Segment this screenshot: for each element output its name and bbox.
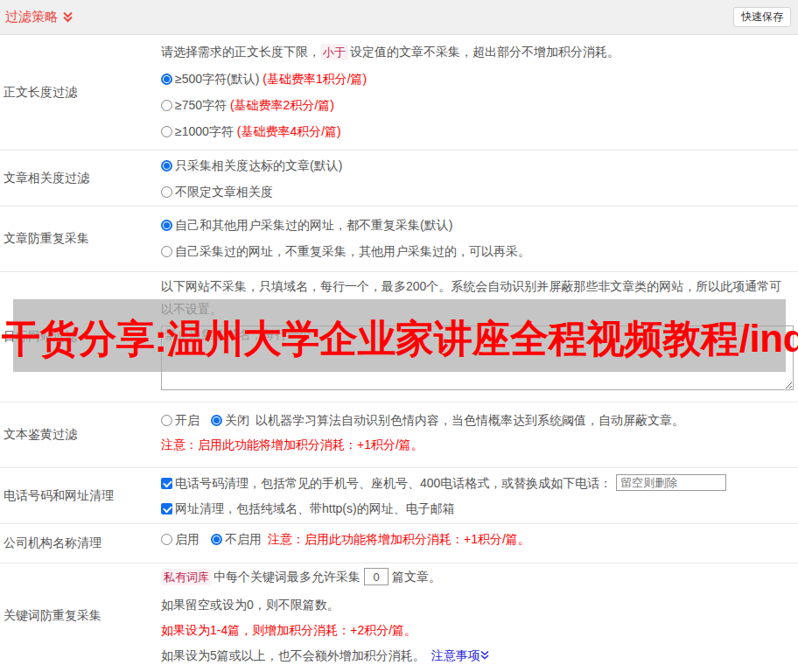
radio-option[interactable]: 开启 [161, 413, 200, 427]
radio-icon[interactable] [161, 415, 172, 426]
radio-option[interactable]: 启用 [161, 532, 200, 546]
keyword-note-line: 如果留空或设为0，则不限篇数。 [161, 592, 793, 618]
code-badge: 私有词库 [161, 569, 212, 585]
page-title[interactable]: 过滤策略 [5, 9, 74, 25]
radio-selected-icon[interactable] [161, 74, 172, 85]
notes-link[interactable]: 注意事项 [431, 648, 480, 662]
row-phone-url-cleanup: 电话号码和网址清理 电话号码清理，包括常见的手机号、座机号、400电话格式，或替… [0, 468, 798, 524]
checkbox-option[interactable]: 电话号码清理，包括常见的手机号、座机号、400电话格式，或替换成如下电话： [161, 471, 793, 496]
intro-text-post: 设定值的文章不采集，超出部分不增加积分消耗。 [350, 45, 620, 59]
row-label: 电话号码和网址清理 [0, 468, 161, 523]
row-label: 文本鉴黄过滤 [0, 402, 161, 467]
replacement-phone-input[interactable] [616, 474, 726, 491]
radio-icon[interactable] [161, 534, 172, 545]
row-relevance-filter: 文章相关度过滤 只采集相关度达标的文章(默认) 不限定文章相关度 [0, 150, 798, 206]
checkbox-checked-icon[interactable] [161, 478, 172, 489]
row-company-name-cleanup: 公司机构名称清理 启用不启用注意：启用此功能将增加积分消耗：+1积分/篇。 [0, 524, 798, 564]
radio-option[interactable]: 不启用 [211, 532, 262, 546]
radio-icon[interactable] [161, 186, 172, 198]
radio-selected-icon[interactable] [211, 534, 222, 545]
radio-option[interactable]: 自己和其他用户采集过的网址，都不重复采集(默认) [161, 212, 793, 238]
radio-selected-icon[interactable] [211, 415, 222, 426]
radio-option[interactable]: ≥1000字符 (基础费率4积分/篇) [161, 118, 793, 144]
row-label: 文章相关度过滤 [0, 150, 161, 206]
row-label: 文章防重复采集 [0, 206, 161, 271]
porn-filter-desc: 以机器学习算法自动识别色情内容，当色情概率达到系统阈值，自动屏蔽文章。 [256, 413, 684, 427]
keyword-limit-line: 私有词库中每个关键词最多允许采集篇文章。 [161, 564, 793, 591]
body-length-intro: 请选择需求的正文长度下限，小于设定值的文章不采集，超出部分不增加积分消耗。 [161, 38, 793, 66]
row-dedup-collect: 文章防重复采集 自己和其他用户采集过的网址，都不重复采集(默认) 自己采集过的网… [0, 206, 798, 272]
topbar: 过滤策略 快速保存 [0, 0, 798, 35]
chevron-double-down-small-icon [480, 650, 489, 661]
radio-icon[interactable] [161, 246, 172, 257]
page-title-text: 过滤策略 [5, 9, 58, 25]
code-badge: 小于 [320, 44, 348, 60]
radio-selected-icon[interactable] [161, 220, 172, 231]
watermark-text: 干货分享:温州大学企业家讲座全程视频教程/ind [2, 319, 798, 358]
row-porn-filter: 文本鉴黄过滤 开启关闭以机器学习算法自动识别色情内容，当色情概率达到系统阈值，自… [0, 402, 798, 468]
keyword-free-line: 如果设为5篇或以上，也不会额外增加积分消耗。 注意事项 [161, 643, 793, 668]
radio-option[interactable]: ≥750字符 (基础费率2积分/篇) [161, 92, 793, 118]
radio-icon[interactable] [161, 126, 172, 137]
row-label: 正文长度过滤 [0, 35, 161, 150]
radio-selected-icon[interactable] [161, 160, 172, 172]
row-label: 关键词防重复采集 [0, 564, 161, 668]
row-body-length-filter: 正文长度过滤 请选择需求的正文长度下限，小于设定值的文章不采集，超出部分不增加积… [0, 35, 798, 150]
radio-option[interactable]: ≥500字符(默认) (基础费率1积分/篇) [161, 66, 793, 92]
checkbox-checked-icon[interactable] [161, 503, 172, 514]
quick-save-button[interactable]: 快速保存 [733, 7, 791, 27]
radio-option[interactable]: 只采集相关度达标的文章(默认) [161, 152, 793, 178]
radio-option[interactable]: 关闭 [211, 413, 249, 427]
company-cleanup-note: 注意：启用此功能将增加积分消耗：+1积分/篇。 [268, 532, 530, 546]
checkbox-option[interactable]: 网址清理，包括纯域名、带http(s)的网址、电子邮箱 [161, 496, 793, 522]
intro-text-pre: 请选择需求的正文长度下限， [161, 45, 320, 59]
row-keyword-dedup: 关键词防重复采集 私有词库中每个关键词最多允许采集篇文章。 如果留空或设为0，则… [0, 564, 798, 668]
radio-option[interactable]: 不限定文章相关度 [161, 178, 793, 205]
porn-filter-note: 注意：启用此功能将增加积分消耗：+1积分/篇。 [161, 432, 793, 457]
chevron-double-down-icon [62, 11, 74, 23]
radio-option[interactable]: 自己采集过的网址，不重复采集，其他用户采集过的，可以再采。 [161, 238, 793, 264]
radio-icon[interactable] [161, 100, 172, 111]
row-label: 公司机构名称清理 [0, 524, 161, 563]
keyword-cost-line: 如果设为1-4篇，则增加积分消耗：+2积分/篇。 [161, 618, 793, 643]
keyword-limit-input[interactable] [364, 568, 388, 585]
